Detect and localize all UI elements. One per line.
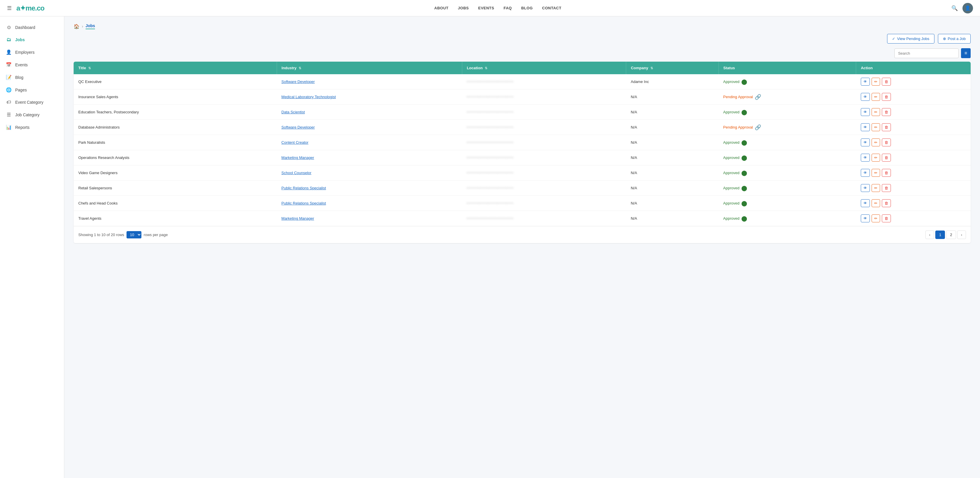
col-location[interactable]: Location ⇅ <box>462 62 626 74</box>
post-job-button[interactable]: ⊕ Post a Job <box>938 34 970 43</box>
delete-button[interactable]: 🗑 <box>882 123 891 131</box>
view-button[interactable]: 👁 <box>861 138 870 146</box>
nav-faq[interactable]: FAQ <box>503 6 512 10</box>
edit-button[interactable]: ✏ <box>872 214 880 222</box>
delete-button[interactable]: 🗑 <box>882 78 891 86</box>
toggle-off-icon[interactable]: 🔗 <box>755 124 761 130</box>
sidebar-item-reports[interactable]: 📊 Reports <box>0 121 64 133</box>
industry-link[interactable]: Software Developer <box>282 125 315 129</box>
delete-button[interactable]: 🗑 <box>882 138 891 146</box>
search-input[interactable] <box>894 49 959 58</box>
sidebar-item-dashboard[interactable]: ⊙ Dashboard <box>0 21 64 33</box>
edit-button[interactable]: ✏ <box>872 108 880 116</box>
rows-per-page-select[interactable]: 10 25 50 <box>127 231 142 238</box>
industry-link[interactable]: Software Developer <box>282 79 315 84</box>
col-company[interactable]: Company ⇅ <box>626 62 719 74</box>
pages-icon: 🌐 <box>6 87 12 93</box>
page-1-button[interactable]: 1 <box>935 230 945 239</box>
industry-link[interactable]: Content Creator <box>282 140 309 145</box>
cell-company: N/A <box>626 150 719 165</box>
cell-industry: Marketing Manager <box>277 211 462 226</box>
col-industry[interactable]: Industry ⇅ <box>277 62 462 74</box>
delete-button[interactable]: 🗑 <box>882 93 891 101</box>
next-page-button[interactable]: › <box>957 230 966 239</box>
industry-link[interactable]: Data Scientist <box>282 110 305 114</box>
hamburger-menu[interactable]: ☰ <box>7 5 12 11</box>
toggle-on-icon[interactable]: ⬤ <box>741 79 747 85</box>
status-badge: Approved ⬤ <box>723 185 851 191</box>
view-button[interactable]: 👁 <box>861 93 870 101</box>
cell-location: •••••••••••••••••••••••••• <box>462 89 626 105</box>
table-row: Retail Salespersons Public Relations Spe… <box>74 181 970 196</box>
jobs-table-container: Title ⇅ Industry ⇅ Location ⇅ Company <box>74 62 970 243</box>
table-header-row: Title ⇅ Industry ⇅ Location ⇅ Company <box>74 62 970 74</box>
view-button[interactable]: 👁 <box>861 154 870 162</box>
industry-link[interactable]: Medical Laboratory Technologist <box>282 95 336 99</box>
industry-link[interactable]: Marketing Manager <box>282 156 314 160</box>
toggle-on-icon[interactable]: ⬤ <box>741 215 747 222</box>
nav-jobs[interactable]: JOBS <box>458 6 469 10</box>
view-button[interactable]: 👁 <box>861 214 870 222</box>
page-2-button[interactable]: 2 <box>946 230 956 239</box>
edit-button[interactable]: ✏ <box>872 184 880 192</box>
col-action: Action <box>856 62 970 74</box>
industry-link[interactable]: Public Relations Specialist <box>282 201 326 205</box>
filter-button[interactable]: ≡ <box>961 48 970 58</box>
edit-button[interactable]: ✏ <box>872 199 880 207</box>
sidebar-item-blog[interactable]: 📝 Blog <box>0 71 64 84</box>
prev-page-button[interactable]: ‹ <box>925 230 934 239</box>
view-button[interactable]: 👁 <box>861 199 870 207</box>
view-button[interactable]: 👁 <box>861 123 870 131</box>
logo[interactable]: a✦me.co <box>16 4 45 12</box>
edit-button[interactable]: ✏ <box>872 123 880 131</box>
sidebar-item-event-category[interactable]: 🏷 Event Category <box>0 96 64 108</box>
delete-button[interactable]: 🗑 <box>882 184 891 192</box>
toggle-on-icon[interactable]: ⬤ <box>741 154 747 161</box>
edit-button[interactable]: ✏ <box>872 154 880 162</box>
sidebar-item-job-category[interactable]: ☰ Job Category <box>0 108 64 121</box>
location-value: •••••••••••••••••••••••••• <box>467 141 514 145</box>
industry-link[interactable]: Public Relations Specialist <box>282 186 326 190</box>
home-icon[interactable]: 🏠 <box>74 24 80 29</box>
view-button[interactable]: 👁 <box>861 169 870 177</box>
toggle-on-icon[interactable]: ⬤ <box>741 139 747 146</box>
delete-button[interactable]: 🗑 <box>882 108 891 116</box>
edit-button[interactable]: ✏ <box>872 169 880 177</box>
col-title[interactable]: Title ⇅ <box>74 62 277 74</box>
showing-text: Showing 1 to 10 of 20 rows <box>78 233 124 237</box>
view-button[interactable]: 👁 <box>861 108 870 116</box>
edit-button[interactable]: ✏ <box>872 93 880 101</box>
search-icon-button[interactable]: 🔍 <box>951 5 958 11</box>
nav-blog[interactable]: BLOG <box>521 6 533 10</box>
cell-action: 👁 ✏ 🗑 <box>856 120 970 135</box>
avatar[interactable]: 👤 <box>963 3 973 13</box>
edit-button[interactable]: ✏ <box>872 138 880 146</box>
nav-contact[interactable]: CONTACT <box>542 6 561 10</box>
toggle-on-icon[interactable]: ⬤ <box>741 109 747 115</box>
toggle-off-icon[interactable]: 🔗 <box>755 94 761 100</box>
industry-link[interactable]: Marketing Manager <box>282 216 314 221</box>
industry-link[interactable]: School Counselor <box>282 171 312 175</box>
view-button[interactable]: 👁 <box>861 184 870 192</box>
nav-about[interactable]: ABOUT <box>434 6 449 10</box>
sidebar-item-employers[interactable]: 👤 Employers <box>0 46 64 59</box>
cell-company: N/A <box>626 89 719 105</box>
view-button[interactable]: 👁 <box>861 78 870 86</box>
delete-button[interactable]: 🗑 <box>882 199 891 207</box>
sidebar-item-jobs[interactable]: 🗂 Jobs <box>0 33 64 46</box>
toggle-on-icon[interactable]: ⬤ <box>741 185 747 191</box>
delete-button[interactable]: 🗑 <box>882 154 891 162</box>
delete-button[interactable]: 🗑 <box>882 169 891 177</box>
delete-button[interactable]: 🗑 <box>882 214 891 222</box>
sidebar-item-events[interactable]: 📅 Events <box>0 59 64 71</box>
sidebar-label-event-category: Event Category <box>15 100 43 105</box>
toggle-on-icon[interactable]: ⬤ <box>741 200 747 206</box>
edit-button[interactable]: ✏ <box>872 78 880 86</box>
cell-industry: Software Developer <box>277 120 462 135</box>
view-pending-jobs-button[interactable]: ✓ View Pending Jobs <box>887 34 934 43</box>
nav-events[interactable]: EVENTS <box>478 6 494 10</box>
pagination-row: Showing 1 to 10 of 20 rows 10 25 50 rows… <box>74 226 970 243</box>
sidebar-item-pages[interactable]: 🌐 Pages <box>0 84 64 96</box>
toggle-on-icon[interactable]: ⬤ <box>741 170 747 176</box>
cell-industry: Content Creator <box>277 135 462 150</box>
